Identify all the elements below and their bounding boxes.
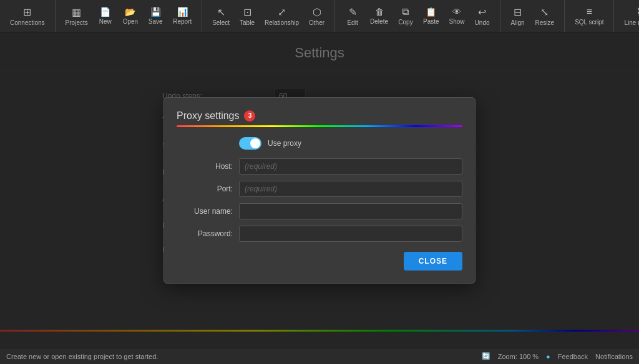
- rainbow-bar: [177, 125, 462, 127]
- toolbar-btn-table[interactable]: ⊡ Table: [235, 4, 260, 29]
- modal-overlay: Proxy settings 3 Use proxy Host: Port:: [0, 32, 639, 348]
- use-proxy-label: Use proxy: [268, 139, 301, 148]
- table-label: Table: [240, 19, 255, 26]
- delete-icon: 🗑: [375, 7, 384, 17]
- port-input[interactable]: [239, 181, 462, 197]
- toolbar-btn-relationship[interactable]: ⤢ Relationship: [260, 4, 304, 29]
- other-label: Other: [309, 19, 324, 26]
- new-icon: 📄: [100, 7, 110, 17]
- toolbar-btn-paste[interactable]: 📋 Paste: [418, 4, 444, 27]
- password-input[interactable]: [239, 226, 462, 242]
- close-btn-row: CLOSE: [177, 252, 462, 271]
- relationship-icon: ⤢: [278, 6, 286, 18]
- use-proxy-row: Use proxy: [177, 137, 462, 150]
- port-row: Port:: [177, 181, 462, 197]
- username-input[interactable]: [239, 203, 462, 219]
- host-row: Host:: [177, 158, 462, 175]
- host-input[interactable]: [239, 158, 462, 175]
- port-label: Port:: [177, 184, 239, 193]
- select-label: Select: [212, 19, 230, 26]
- undo-label: Undo: [475, 19, 490, 26]
- status-right: 🔄 Zoom: 100 % ● Feedback Notifications: [482, 352, 633, 360]
- status-message: Create new or open existing project to g…: [6, 353, 158, 360]
- use-proxy-toggle[interactable]: [239, 137, 261, 150]
- toolbar-group-connections: ⊞ Connections: [0, 0, 56, 32]
- sql-label: SQL script: [575, 19, 603, 26]
- other-icon: ⬡: [313, 6, 321, 18]
- resize-label: Resize: [535, 19, 555, 26]
- sql-icon: ≡: [587, 6, 592, 17]
- toolbar-group-align: ⊟ Align ⤡ Resize: [500, 0, 565, 32]
- toolbar-btn-new[interactable]: 📄 New: [93, 4, 118, 27]
- paste-label: Paste: [423, 18, 439, 25]
- username-row: User name:: [177, 203, 462, 219]
- toolbar-btn-connections[interactable]: ⊞ Connections: [5, 4, 50, 29]
- main-content: Settings Undo steps: Toolbar captions: S…: [0, 32, 639, 348]
- paste-icon: 📋: [426, 7, 436, 17]
- proxy-modal-badge: 3: [244, 110, 255, 122]
- toolbar-btn-report[interactable]: 📊 Report: [168, 4, 197, 27]
- table-icon: ⊡: [243, 6, 251, 18]
- proxy-modal: Proxy settings 3 Use proxy Host: Port:: [163, 97, 476, 284]
- connections-icon: ⊞: [23, 6, 31, 18]
- select-icon: ↖: [217, 6, 225, 18]
- password-label: Password:: [177, 229, 239, 238]
- toolbar-btn-line-mode[interactable]: ⌇ Line mode: [619, 4, 639, 29]
- statusbar: Create new or open existing project to g…: [0, 348, 639, 364]
- align-icon: ⊟: [514, 6, 522, 18]
- open-label: Open: [123, 18, 138, 25]
- report-icon: 📊: [177, 7, 188, 17]
- projects-label: Projects: [66, 19, 88, 26]
- toolbar-group-line: ⌇ Line mode 🖥 Display: [614, 0, 639, 32]
- new-label: New: [99, 18, 112, 25]
- toolbar-group-select: ↖ Select ⊡ Table ⤢ Relationship ⬡ Other: [202, 0, 335, 32]
- toolbar-btn-resize[interactable]: ⤡ Resize: [530, 4, 560, 29]
- open-icon: 📂: [125, 7, 135, 17]
- toolbar-group-edit: ✎ Edit 🗑 Delete ⧉ Copy 📋 Paste 👁 Show ↩ …: [335, 0, 500, 32]
- password-row: Password:: [177, 226, 462, 242]
- edit-icon: ✎: [349, 6, 357, 18]
- relationship-label: Relationship: [265, 19, 299, 26]
- toolbar-btn-edit[interactable]: ✎ Edit: [340, 4, 365, 29]
- toolbar-group-sql: ≡ SQL script: [565, 0, 614, 32]
- toolbar-btn-sql-script[interactable]: ≡ SQL script: [570, 4, 608, 28]
- save-icon: 💾: [150, 7, 161, 17]
- use-proxy-slider: [239, 137, 261, 150]
- toolbar-btn-show[interactable]: 👁 Show: [444, 4, 470, 27]
- username-label: User name:: [177, 207, 239, 216]
- undo-icon: ↩: [478, 6, 486, 18]
- notifications-link[interactable]: Notifications: [595, 353, 633, 360]
- edit-label: Edit: [347, 19, 358, 26]
- projects-icon: ▦: [72, 6, 81, 18]
- toolbar-btn-delete[interactable]: 🗑 Delete: [365, 4, 393, 27]
- resize-icon: ⤡: [540, 6, 549, 18]
- proxy-modal-title: Proxy settings: [177, 110, 239, 122]
- toolbar-btn-save[interactable]: 💾 Save: [143, 4, 168, 27]
- copy-icon: ⧉: [402, 6, 409, 17]
- line-mode-label: Line mode: [624, 19, 639, 26]
- toolbar-btn-align[interactable]: ⊟ Align: [505, 4, 530, 29]
- host-label: Host:: [177, 162, 239, 171]
- save-label: Save: [149, 18, 163, 25]
- delete-label: Delete: [370, 18, 388, 25]
- show-label: Show: [449, 18, 465, 25]
- toolbar-btn-other[interactable]: ⬡ Other: [304, 4, 329, 29]
- toolbar-btn-open[interactable]: 📂 Open: [118, 4, 143, 27]
- connections-label: Connections: [10, 19, 45, 26]
- copy-label: Copy: [398, 19, 412, 26]
- refresh-icon: 🔄: [482, 352, 490, 360]
- show-icon: 👁: [452, 7, 461, 17]
- toolbar-btn-select[interactable]: ↖ Select: [207, 4, 235, 29]
- align-label: Align: [510, 19, 524, 26]
- line-mode-icon: ⌇: [637, 6, 639, 18]
- toolbar-btn-copy[interactable]: ⧉ Copy: [393, 4, 418, 28]
- report-label: Report: [173, 18, 192, 25]
- toolbar-btn-projects[interactable]: ▦ Projects: [61, 4, 93, 29]
- zoom-label: Zoom: 100 %: [498, 353, 539, 360]
- close-button[interactable]: CLOSE: [404, 252, 462, 271]
- toolbar-group-file: ▦ Projects 📄 New 📂 Open 💾 Save 📊 Report: [56, 0, 203, 32]
- toolbar-btn-undo[interactable]: ↩ Undo: [470, 4, 495, 29]
- feedback-link[interactable]: Feedback: [558, 353, 588, 360]
- status-dot: ●: [546, 353, 550, 360]
- toolbar: ⊞ Connections ▦ Projects 📄 New 📂 Open 💾 …: [0, 0, 639, 32]
